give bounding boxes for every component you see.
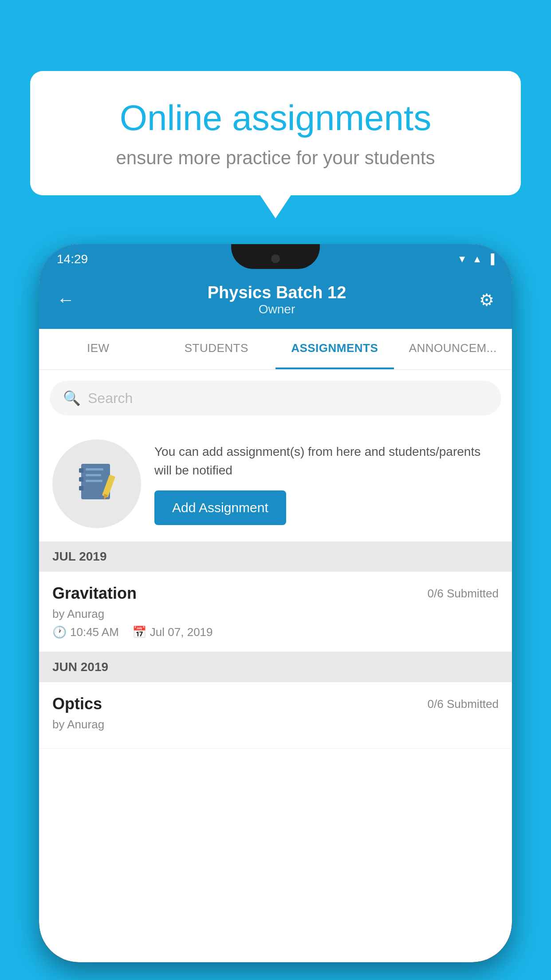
notebook-svg-icon <box>77 462 117 506</box>
promo-description: You can add assignment(s) from here and … <box>154 443 499 480</box>
assignment-date: 📅 Jul 07, 2019 <box>132 625 213 639</box>
assignment-name-optics: Optics <box>52 695 102 713</box>
header-center: Physics Batch 12 Owner <box>208 283 346 316</box>
screen-body: 🔍 Search <box>39 370 512 962</box>
svg-rect-5 <box>86 474 101 476</box>
camera <box>271 254 280 263</box>
assignment-row1: Gravitation 0/6 Submitted <box>52 584 499 603</box>
tab-students[interactable]: STUDENTS <box>157 329 276 369</box>
back-button[interactable]: ← <box>57 290 75 310</box>
assignment-name: Gravitation <box>52 584 137 603</box>
tab-iew[interactable]: IEW <box>39 329 157 369</box>
status-icons: ▼ ▲ ▐ <box>457 253 494 265</box>
tab-assignments[interactable]: ASSIGNMENTS <box>276 329 394 369</box>
settings-button[interactable]: ⚙ <box>479 290 494 310</box>
section-header-jul: JUL 2019 <box>39 541 512 572</box>
app-header: ← Physics Batch 12 Owner ⚙ <box>39 274 512 329</box>
assignment-submitted-optics: 0/6 Submitted <box>428 697 499 711</box>
tabs-bar: IEW STUDENTS ASSIGNMENTS ANNOUNCEM... <box>39 329 512 370</box>
svg-rect-3 <box>79 486 83 490</box>
status-bar: 14:29 ▼ ▲ ▐ <box>39 244 512 274</box>
calendar-icon: 📅 <box>132 625 146 639</box>
signal-icon: ▲ <box>472 253 482 265</box>
assignment-meta-row: 🕐 10:45 AM 📅 Jul 07, 2019 <box>52 625 499 639</box>
svg-rect-2 <box>79 477 83 482</box>
add-assignment-button[interactable]: Add Assignment <box>154 490 286 525</box>
bubble-title: Online assignments <box>61 98 490 138</box>
assignment-time: 🕐 10:45 AM <box>52 625 119 639</box>
notch <box>231 244 320 269</box>
assignment-item-optics[interactable]: Optics 0/6 Submitted by Anurag <box>39 682 512 749</box>
assignment-by: by Anurag <box>52 607 499 621</box>
assignment-item-gravitation[interactable]: Gravitation 0/6 Submitted by Anurag 🕐 10… <box>39 572 512 652</box>
search-bar[interactable]: 🔍 Search <box>50 381 501 415</box>
svg-rect-1 <box>79 468 83 473</box>
svg-rect-6 <box>86 480 102 482</box>
promo-section: You can add assignment(s) from here and … <box>39 426 512 541</box>
tab-announcements[interactable]: ANNOUNCEM... <box>394 329 512 369</box>
speech-bubble: Online assignments ensure more practice … <box>30 71 521 195</box>
status-time: 14:29 <box>57 252 88 266</box>
promo-icon-wrap <box>52 439 141 528</box>
wifi-icon: ▼ <box>457 253 467 265</box>
search-placeholder: Search <box>88 390 133 407</box>
clock-icon: 🕐 <box>52 625 67 639</box>
phone-screen: 14:29 ▼ ▲ ▐ ← Physics Batch 12 <box>39 244 512 962</box>
battery-icon: ▐ <box>487 253 494 265</box>
svg-rect-4 <box>86 468 103 470</box>
section-header-jun: JUN 2019 <box>39 652 512 682</box>
header-subtitle: Owner <box>208 302 346 316</box>
assignment-submitted: 0/6 Submitted <box>428 587 499 601</box>
promo-right: You can add assignment(s) from here and … <box>154 443 499 525</box>
bubble-subtitle: ensure more practice for your students <box>61 147 490 169</box>
header-title: Physics Batch 12 <box>208 283 346 302</box>
assignment-row1-optics: Optics 0/6 Submitted <box>52 695 499 713</box>
phone-frame: 14:29 ▼ ▲ ▐ ← Physics Batch 12 <box>39 244 512 962</box>
search-icon: 🔍 <box>63 390 81 407</box>
assignment-by-optics: by Anurag <box>52 718 499 731</box>
